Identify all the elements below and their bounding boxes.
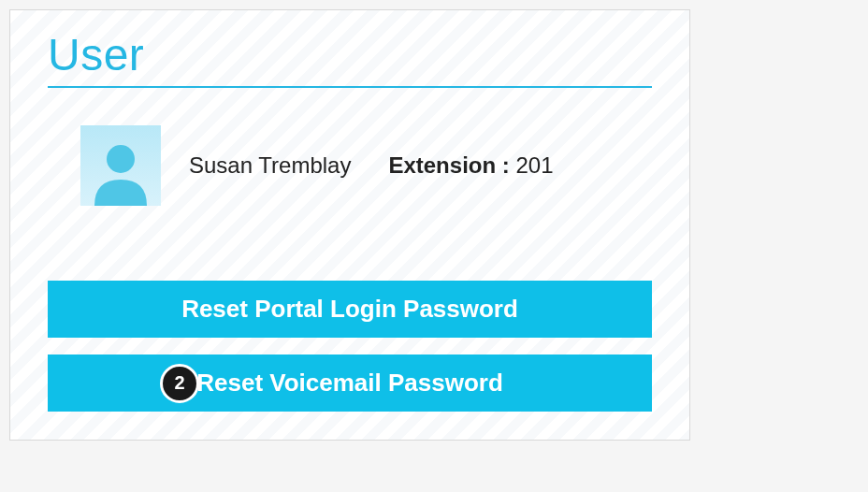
title-underline — [48, 86, 652, 88]
button-row-voicemail: 2 Reset Voicemail Password — [48, 355, 652, 412]
reset-portal-login-button[interactable]: Reset Portal Login Password — [48, 281, 652, 338]
user-panel: User Susan Tremblay Extension : 201 Rese… — [9, 9, 690, 441]
reset-voicemail-button[interactable]: Reset Voicemail Password — [48, 355, 652, 412]
user-name: Susan Tremblay — [189, 152, 351, 179]
extension-value: 201 — [515, 152, 553, 178]
section-title: User — [48, 29, 652, 86]
extension-label: Extension : — [388, 152, 509, 178]
avatar — [80, 125, 161, 206]
extension-display: Extension : 201 — [388, 152, 553, 179]
user-info-row: Susan Tremblay Extension : 201 — [48, 125, 652, 206]
step-badge: 2 — [160, 364, 199, 403]
svg-point-0 — [107, 145, 135, 173]
button-row-portal: Reset Portal Login Password — [48, 281, 652, 338]
person-icon — [85, 135, 156, 206]
